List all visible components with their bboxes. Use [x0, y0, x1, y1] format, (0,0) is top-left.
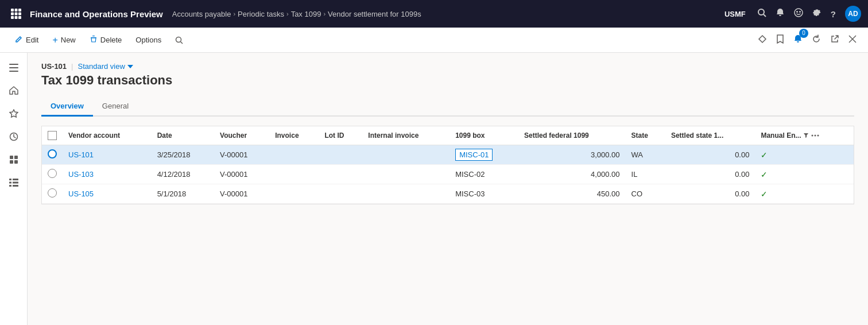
chevron-down-icon	[127, 65, 133, 68]
selected-box-value[interactable]: MISC-01	[455, 149, 493, 161]
page-title: Tax 1099 transactions	[41, 73, 854, 88]
new-button[interactable]: + New	[46, 33, 81, 47]
breadcrumb-periodic-tasks[interactable]: Periodic tasks	[238, 10, 284, 18]
svg-rect-6	[11, 16, 14, 19]
row-checkbox-cell[interactable]	[42, 145, 63, 165]
notification-icon[interactable]	[776, 8, 785, 20]
edit-label: Edit	[26, 36, 38, 44]
manual-en-cell: ✓	[755, 184, 854, 204]
settled-state-cell: 0.00	[665, 165, 755, 184]
svg-rect-2	[18, 9, 21, 11]
close-icon[interactable]	[846, 33, 859, 48]
refresh-icon[interactable]	[809, 32, 823, 48]
search-toolbar-button[interactable]	[169, 34, 189, 47]
settled-federal-cell: 4,000.00	[518, 165, 626, 184]
edit-button[interactable]: Edit	[9, 33, 44, 47]
standard-view-dropdown[interactable]: Standard view	[78, 62, 133, 71]
svg-rect-32	[9, 185, 11, 187]
search-toolbar-icon	[175, 36, 183, 44]
sidebar-list[interactable]	[3, 172, 24, 193]
svg-rect-3	[11, 13, 14, 16]
svg-rect-5	[18, 13, 21, 16]
data-table: Vendor account Date Voucher Invoice Lot …	[41, 126, 854, 204]
vendor-account-cell[interactable]: US-103	[63, 165, 152, 184]
date-cell: 4/12/2018	[152, 165, 214, 184]
vendor-account-cell[interactable]: US-105	[63, 184, 152, 204]
sidebar-home[interactable]	[3, 80, 24, 101]
app-grid-icon[interactable]	[7, 5, 25, 23]
svg-point-36	[817, 135, 819, 137]
breadcrumb-sep-3: ›	[323, 10, 326, 17]
bookmark-icon[interactable]	[774, 32, 786, 48]
svg-point-11	[795, 9, 803, 17]
row-checkbox-cell[interactable]	[42, 165, 63, 184]
options-button[interactable]: Options	[130, 33, 167, 47]
svg-rect-0	[11, 9, 14, 11]
row-radio[interactable]	[48, 169, 57, 178]
company-label: USMF	[724, 10, 746, 18]
col-internal-invoice: Internal invoice	[362, 126, 450, 145]
sidebar-workspace[interactable]	[3, 149, 24, 170]
user-avatar[interactable]: AD	[845, 6, 861, 22]
row-radio[interactable]	[48, 188, 57, 198]
settings-icon[interactable]	[812, 8, 822, 20]
col-settled-federal: Settled federal 1099	[518, 126, 626, 145]
table-header-row: Vendor account Date Voucher Invoice Lot …	[42, 126, 854, 145]
tab-general[interactable]: General	[93, 97, 138, 117]
breadcrumb-tax-1099[interactable]: Tax 1099	[291, 10, 321, 18]
manual-en-cell: ✓	[755, 145, 854, 165]
svg-point-16	[176, 37, 181, 42]
help-icon[interactable]: ?	[831, 9, 836, 19]
svg-point-9	[758, 9, 764, 15]
svg-rect-28	[9, 179, 11, 180]
sidebar-hamburger[interactable]	[3, 57, 24, 78]
box-1099-cell: MISC-02	[450, 165, 518, 184]
svg-rect-25	[14, 156, 18, 159]
sidebar	[0, 53, 28, 325]
header-checkbox-cell[interactable]	[42, 126, 63, 145]
row-radio[interactable]	[48, 149, 57, 158]
tab-overview[interactable]: Overview	[41, 97, 93, 117]
main-content: US-101 | Standard view Tax 1099 transact…	[28, 53, 868, 325]
svg-line-17	[181, 41, 183, 44]
breadcrumb-accounts-payable[interactable]: Accounts payable	[172, 10, 231, 18]
table-row[interactable]: US-1034/12/2018V-00001MISC-024,000.00IL0…	[42, 165, 854, 184]
sidebar-favorites[interactable]	[3, 103, 24, 124]
state-cell: CO	[626, 184, 665, 204]
svg-rect-4	[15, 13, 18, 16]
open-new-icon[interactable]	[828, 32, 842, 48]
col-1099-box: 1099 box	[450, 126, 518, 145]
diamond-icon[interactable]	[755, 32, 769, 48]
svg-rect-8	[18, 16, 21, 19]
table-row[interactable]: US-1013/25/2018V-00001MISC-013,000.00WA0…	[42, 145, 854, 165]
settled-federal-cell: 3,000.00	[518, 145, 626, 165]
sidebar-history[interactable]	[3, 126, 24, 147]
smiley-icon[interactable]	[794, 8, 803, 20]
svg-rect-29	[13, 179, 18, 180]
svg-rect-24	[10, 156, 13, 159]
settled-state-cell: 0.00	[665, 145, 755, 165]
vendor-tag: US-101	[41, 62, 67, 71]
internal-invoice-cell	[362, 184, 450, 204]
header-checkbox[interactable]	[48, 131, 57, 140]
col-more-icon[interactable]	[811, 131, 819, 140]
date-cell: 5/1/2018	[152, 184, 214, 204]
table-row[interactable]: US-1055/1/2018V-00001MISC-03450.00CO0.00…	[42, 184, 854, 204]
search-icon[interactable]	[757, 8, 766, 20]
manual-en-cell: ✓	[755, 165, 854, 184]
state-cell: WA	[626, 145, 665, 165]
row-checkbox-cell[interactable]	[42, 184, 63, 204]
lot-id-cell	[319, 165, 362, 184]
standard-view-label: Standard view	[78, 62, 125, 71]
new-label: New	[61, 36, 76, 44]
action-notif-icon[interactable]: 0	[791, 32, 805, 48]
breadcrumb-vendor-settlement[interactable]: Vendor settlement for 1099s	[328, 10, 421, 18]
col-filter-icon[interactable]	[803, 133, 809, 138]
delete-label: Delete	[100, 36, 122, 44]
vendor-account-cell[interactable]: US-101	[63, 145, 152, 165]
voucher-cell: V-00001	[214, 165, 269, 184]
svg-line-10	[764, 14, 766, 17]
delete-button[interactable]: Delete	[84, 33, 128, 47]
svg-rect-21	[9, 67, 18, 68]
tabs: Overview General	[41, 97, 854, 117]
